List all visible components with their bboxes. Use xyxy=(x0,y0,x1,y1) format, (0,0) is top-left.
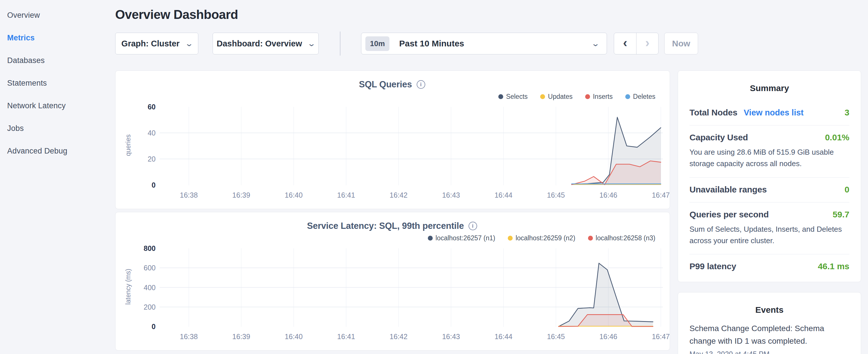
x-tick-label: 16:41 xyxy=(337,191,355,199)
legend-item[interactable]: Deletes xyxy=(625,93,655,100)
x-tick-label: 16:43 xyxy=(442,191,460,199)
summary-item-value: 0 xyxy=(844,185,849,194)
content-row: SQL Queries i SelectsUpdatesInsertsDelet… xyxy=(115,70,861,354)
summary-item: P99 latency46.1 ms xyxy=(689,254,849,279)
y-axis-label: queries xyxy=(124,134,132,156)
x-tick-label: 16:46 xyxy=(599,332,618,341)
sidebar-item-databases[interactable]: Databases xyxy=(7,49,115,72)
legend-dot-icon xyxy=(625,94,630,99)
page: OverviewMetricsDatabasesStatementsNetwor… xyxy=(0,0,868,354)
y-tick-label: 400 xyxy=(144,283,156,292)
summary-item: Capacity Used0.01%You are using 28.6 MiB… xyxy=(689,125,849,178)
summary-item-title: Unavailable ranges xyxy=(689,185,767,194)
legend-label: localhost:26259 (n2) xyxy=(516,234,575,242)
summary-items: Total NodesView nodes list3Capacity Used… xyxy=(689,100,849,279)
legend-item[interactable]: Selects xyxy=(498,93,528,100)
x-tick-label: 16:47 xyxy=(652,191,670,199)
x-tick-label: 16:43 xyxy=(442,332,460,341)
summary-item-value: 59.7 xyxy=(833,210,849,219)
time-window-badge: 10m xyxy=(365,36,390,51)
chart-header: Service Latency: SQL, 99th percentile i xyxy=(121,220,663,232)
x-tick-label: 16:46 xyxy=(599,191,618,199)
x-tick-label: 16:40 xyxy=(285,191,303,199)
chart-header: SQL Queries i xyxy=(121,78,663,91)
events-header: Events xyxy=(689,305,849,315)
controls-bar: Graph: Cluster ⌄ Dashboard: Overview ⌄ 1… xyxy=(115,33,861,55)
main-content: Overview Dashboard Graph: Cluster ⌄ Dash… xyxy=(115,0,868,354)
chart-title: Service Latency: SQL, 99th percentile xyxy=(307,221,464,231)
legend-dot-icon xyxy=(585,94,590,99)
sidebar-item-overview[interactable]: Overview xyxy=(7,4,115,27)
events-panel: Events Schema Change Completed: Schema c… xyxy=(678,292,861,354)
chart-legend: SelectsUpdatesInsertsDeletes xyxy=(121,91,663,102)
legend-item[interactable]: Inserts xyxy=(585,93,613,100)
x-tick-label: 16:41 xyxy=(337,332,355,341)
legend-label: Updates xyxy=(548,93,572,100)
sidebar-item-jobs[interactable]: Jobs xyxy=(7,117,115,140)
y-tick-label: 0 xyxy=(152,322,156,331)
legend-item[interactable]: localhost:26259 (n2) xyxy=(508,234,575,242)
sidebar-item-statements[interactable]: Statements xyxy=(7,72,115,95)
page-title: Overview Dashboard xyxy=(115,7,861,22)
summary-item: Queries per second59.7Sum of Selects, Up… xyxy=(689,202,849,255)
right-column: Summary Total NodesView nodes list3Capac… xyxy=(678,70,861,354)
x-tick-label: 16:38 xyxy=(180,191,198,199)
chart-title: SQL Queries xyxy=(359,79,412,90)
y-tick-label: 600 xyxy=(144,264,156,272)
info-icon[interactable]: i xyxy=(417,80,425,89)
x-tick-label: 16:44 xyxy=(495,191,513,199)
service-latency-chart-panel: Service Latency: SQL, 99th percentile i … xyxy=(115,212,670,351)
sql-queries-chart[interactable] xyxy=(160,102,663,188)
legend-item[interactable]: localhost:26258 (n3) xyxy=(588,234,655,242)
dashboard-dropdown[interactable]: Dashboard: Overview ⌄ xyxy=(213,33,319,55)
summary-panel: Summary Total NodesView nodes list3Capac… xyxy=(678,70,861,282)
service-latency-chart[interactable] xyxy=(160,244,663,330)
y-tick-label: 40 xyxy=(148,129,156,137)
legend-item[interactable]: Updates xyxy=(540,93,572,100)
chart-legend: localhost:26257 (n1)localhost:26259 (n2)… xyxy=(121,232,663,244)
dashboard-dropdown-label: Dashboard: Overview xyxy=(217,39,302,49)
x-tick-label: 16:44 xyxy=(495,332,513,341)
summary-item-description: Sum of Selects, Updates, Inserts, and De… xyxy=(689,223,849,247)
chevron-down-icon: ⌄ xyxy=(307,39,316,48)
x-axis-ticks: 16:3816:3916:4016:4116:4216:4316:4416:45… xyxy=(160,330,663,342)
time-window-label: Past 10 Minutes xyxy=(399,39,592,49)
x-tick-label: 16:45 xyxy=(547,332,565,341)
legend-dot-icon xyxy=(428,236,433,240)
summary-item: Total NodesView nodes list3 xyxy=(689,100,849,125)
y-tick-label: 60 xyxy=(148,103,156,111)
chart-body: latency (ms) 0200400600800 xyxy=(121,244,663,330)
next-button[interactable]: › xyxy=(636,33,658,54)
chart-body: queries 0204060 xyxy=(121,102,663,188)
sidebar: OverviewMetricsDatabasesStatementsNetwor… xyxy=(0,0,115,354)
summary-header: Summary xyxy=(689,83,849,93)
y-axis-label: latency (ms) xyxy=(124,269,132,304)
sidebar-item-network-latency[interactable]: Network Latency xyxy=(7,95,115,117)
event-text[interactable]: Schema Change Completed: Schema change w… xyxy=(689,322,849,347)
x-axis-ticks: 16:3816:3916:4016:4116:4216:4316:4416:45… xyxy=(160,188,663,201)
legend-label: Deletes xyxy=(633,93,655,100)
sidebar-item-advanced-debug[interactable]: Advanced Debug xyxy=(7,140,115,162)
summary-item-title: Capacity Used xyxy=(689,133,748,142)
summary-item: Unavailable ranges0 xyxy=(689,178,849,202)
chevron-down-icon: ⌄ xyxy=(591,39,600,48)
legend-item[interactable]: localhost:26257 (n1) xyxy=(428,234,495,242)
prev-button[interactable]: ‹ xyxy=(614,33,636,54)
info-icon[interactable]: i xyxy=(468,222,477,230)
time-window-dropdown[interactable]: 10m Past 10 Minutes ⌄ xyxy=(361,33,607,55)
now-button[interactable]: Now xyxy=(664,33,698,55)
legend-label: localhost:26258 (n3) xyxy=(596,234,655,242)
x-tick-label: 16:47 xyxy=(652,332,670,341)
sql-queries-chart-panel: SQL Queries i SelectsUpdatesInsertsDelet… xyxy=(115,70,670,209)
graph-dropdown[interactable]: Graph: Cluster ⌄ xyxy=(115,33,198,55)
y-axis-ticks: 0204060 xyxy=(135,102,160,188)
summary-item-title: Queries per second xyxy=(689,210,769,219)
x-tick-label: 16:39 xyxy=(232,191,250,199)
view-nodes-list-link[interactable]: View nodes list xyxy=(744,108,804,118)
legend-dot-icon xyxy=(498,94,503,99)
x-tick-label: 16:45 xyxy=(547,191,565,199)
y-tick-label: 200 xyxy=(144,303,156,311)
legend-dot-icon xyxy=(508,236,513,240)
summary-item-value: 0.01% xyxy=(825,133,849,142)
sidebar-item-metrics[interactable]: Metrics xyxy=(7,27,115,49)
